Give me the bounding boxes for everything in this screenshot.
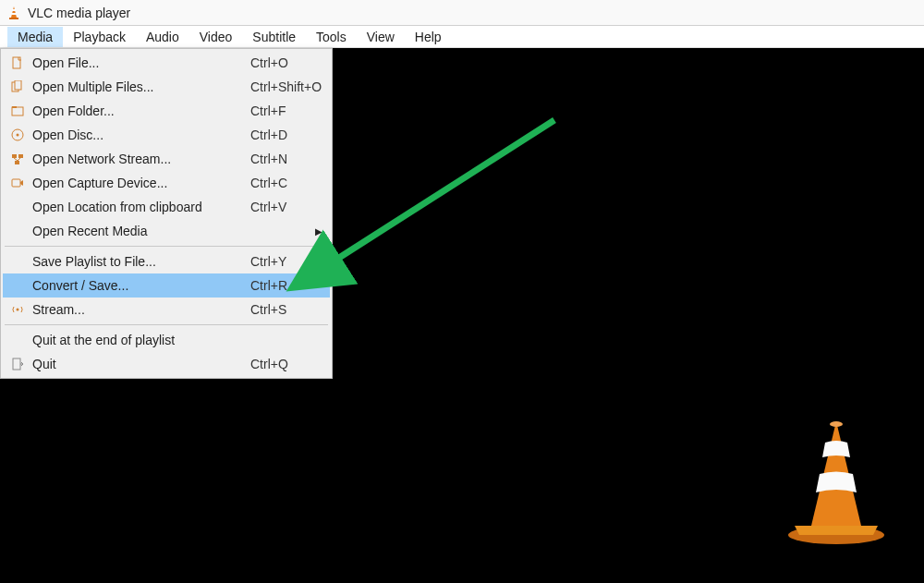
menu-subtitle[interactable]: Subtitle [242, 27, 306, 47]
menuitem-shortcut: Ctrl+R [250, 278, 287, 293]
svg-rect-2 [11, 13, 16, 15]
menuitem-label: Convert / Save... [32, 278, 128, 293]
menubar: Media Playback Audio Video Subtitle Tool… [0, 26, 924, 48]
svg-point-18 [17, 309, 19, 311]
svg-rect-11 [12, 154, 17, 158]
menuitem-label: Stream... [32, 302, 85, 317]
svg-rect-16 [12, 179, 20, 187]
file-icon [6, 56, 29, 69]
svg-line-26 [319, 120, 554, 271]
files-icon [6, 80, 29, 93]
menuitem-shortcut: Ctrl+Shift+O [250, 79, 322, 94]
menuitem-label: Open Location from clipboard [32, 200, 202, 214]
menuitem-open-network[interactable]: Open Network Stream... Ctrl+N [3, 147, 330, 171]
menu-media[interactable]: Media [7, 27, 63, 47]
titlebar: VLC media player [0, 0, 924, 26]
folder-icon [6, 104, 29, 117]
menuitem-shortcut: Ctrl+O [250, 55, 288, 70]
svg-marker-0 [11, 6, 17, 18]
vlc-cone-icon [7, 6, 20, 20]
menuitem-open-disc[interactable]: Open Disc... Ctrl+D [3, 123, 330, 147]
menuitem-stream[interactable]: Stream... Ctrl+S [3, 298, 330, 322]
svg-point-10 [17, 134, 19, 137]
menuitem-quit-end-playlist[interactable]: Quit at the end of playlist [3, 328, 330, 352]
menuitem-open-capture[interactable]: Open Capture Device... Ctrl+C [3, 171, 330, 195]
stream-icon [6, 303, 29, 316]
svg-line-14 [14, 158, 18, 161]
svg-rect-12 [18, 154, 23, 158]
vlc-cone-logo [785, 417, 887, 546]
svg-rect-8 [12, 106, 17, 108]
menuitem-shortcut: Ctrl+S [250, 302, 286, 317]
menuitem-shortcut: Ctrl+D [250, 128, 287, 142]
menuitem-shortcut: Ctrl+F [250, 103, 286, 118]
svg-rect-7 [12, 107, 23, 115]
menu-tools[interactable]: Tools [306, 27, 357, 47]
menuitem-label: Open Capture Device... [32, 176, 167, 190]
svg-point-24 [830, 421, 843, 427]
menuitem-label: Quit [32, 357, 56, 371]
menu-audio[interactable]: Audio [136, 27, 189, 47]
menuitem-shortcut: Ctrl+C [250, 176, 287, 190]
menuitem-shortcut: Ctrl+Q [250, 357, 288, 371]
menuitem-label: Quit at the end of playlist [32, 333, 175, 347]
menu-help[interactable]: Help [405, 27, 452, 47]
menuitem-open-multiple-files[interactable]: Open Multiple Files... Ctrl+Shift+O [3, 75, 330, 99]
svg-marker-22 [795, 526, 878, 535]
menuitem-quit[interactable]: Quit Ctrl+Q [3, 352, 330, 376]
media-dropdown: Open File... Ctrl+O Open Multiple Files.… [0, 48, 333, 379]
menuitem-label: Save Playlist to File... [32, 254, 156, 269]
menuitem-convert-save[interactable]: Convert / Save... Ctrl+R [3, 273, 330, 298]
menuitem-label: Open File... [32, 55, 99, 70]
menu-separator [5, 246, 328, 247]
network-icon [6, 152, 29, 165]
menuitem-label: Open Recent Media [32, 224, 148, 238]
menuitem-label: Open Network Stream... [32, 152, 171, 166]
menuitem-open-file[interactable]: Open File... Ctrl+O [3, 51, 330, 75]
svg-rect-4 [13, 57, 20, 68]
menuitem-label: Open Folder... [32, 103, 115, 118]
menuitem-label: Open Multiple Files... [32, 79, 154, 94]
submenu-arrow-icon: ▶ [315, 226, 322, 237]
menu-playback[interactable]: Playback [63, 27, 136, 47]
menuitem-label: Open Disc... [32, 128, 103, 142]
svg-line-15 [18, 158, 20, 161]
window-title: VLC media player [28, 6, 130, 20]
svg-rect-19 [13, 358, 20, 370]
menu-video[interactable]: Video [189, 27, 243, 47]
svg-rect-6 [15, 80, 21, 90]
menuitem-open-clipboard[interactable]: Open Location from clipboard Ctrl+V [3, 195, 330, 219]
capture-icon [6, 176, 29, 189]
menuitem-shortcut: Ctrl+Y [250, 254, 286, 269]
disc-icon [6, 128, 29, 141]
menu-view[interactable]: View [357, 27, 405, 47]
menuitem-shortcut: Ctrl+V [250, 200, 286, 214]
svg-rect-3 [9, 18, 18, 19]
menuitem-open-recent[interactable]: Open Recent Media ▶ [3, 219, 330, 243]
quit-icon [6, 358, 29, 370]
svg-rect-13 [15, 161, 19, 164]
menu-separator [5, 324, 328, 325]
menuitem-save-playlist[interactable]: Save Playlist to File... Ctrl+Y [3, 249, 330, 273]
menuitem-shortcut: Ctrl+N [250, 152, 287, 166]
svg-rect-1 [12, 9, 16, 11]
menuitem-open-folder[interactable]: Open Folder... Ctrl+F [3, 99, 330, 123]
